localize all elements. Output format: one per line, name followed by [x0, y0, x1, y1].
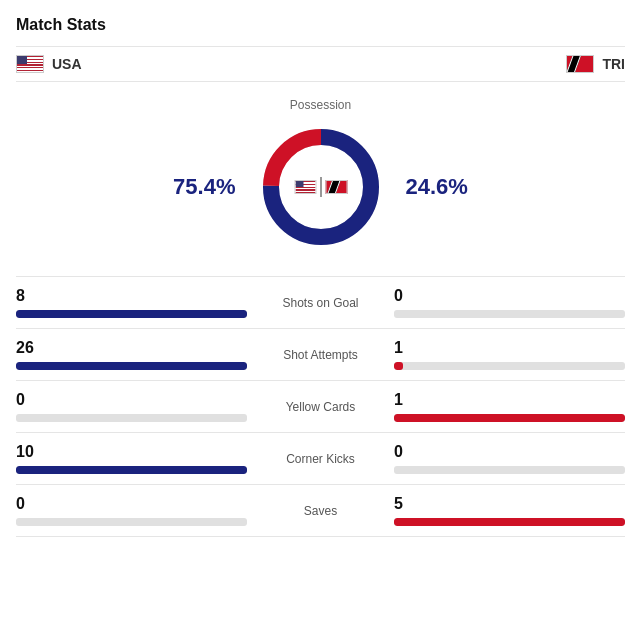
stat-label: Saves [263, 504, 378, 518]
stat-home-value: 10 [16, 443, 247, 461]
stat-away-value: 1 [394, 391, 625, 409]
home-bar-fill [16, 362, 247, 370]
team-home: USA [16, 55, 82, 73]
away-bar-fill [394, 414, 625, 422]
flag-tri [566, 55, 594, 73]
stat-label: Shot Attempts [263, 348, 378, 362]
stat-right: 0 [378, 443, 625, 474]
stat-home-value: 26 [16, 339, 247, 357]
away-pct: 24.6% [406, 174, 486, 200]
stat-left: 10 [16, 443, 263, 474]
stat-home-value: 8 [16, 287, 247, 305]
stat-row: 10 Corner Kicks 0 [16, 433, 625, 485]
stat-left: 0 [16, 495, 263, 526]
donut-divider [320, 177, 321, 197]
stat-away-bar [394, 310, 625, 318]
donut-flag-tri [325, 180, 347, 194]
stat-label: Shots on Goal [263, 296, 378, 310]
stat-home-value: 0 [16, 495, 247, 513]
stat-home-value: 0 [16, 391, 247, 409]
stat-away-value: 0 [394, 287, 625, 305]
stat-away-value: 1 [394, 339, 625, 357]
stat-home-bar [16, 414, 247, 422]
stat-row: 0 Yellow Cards 1 [16, 381, 625, 433]
possession-section: Possession 75.4% 24.6% [16, 82, 625, 260]
home-pct: 75.4% [156, 174, 236, 200]
stat-away-bar [394, 362, 625, 370]
stat-home-bar [16, 518, 247, 526]
stat-right: 1 [378, 391, 625, 422]
stat-left: 0 [16, 391, 263, 422]
stat-away-bar [394, 466, 625, 474]
stat-left: 8 [16, 287, 263, 318]
stat-left: 26 [16, 339, 263, 370]
page-title: Match Stats [16, 16, 625, 34]
team-away: TRI [566, 55, 625, 73]
team-home-name: USA [52, 56, 82, 72]
stat-row: 8 Shots on Goal 0 [16, 277, 625, 329]
teams-row: USA TRI [16, 46, 625, 82]
team-away-name: TRI [602, 56, 625, 72]
donut-flag-usa [294, 180, 316, 194]
stat-right: 0 [378, 287, 625, 318]
flag-usa [16, 55, 44, 73]
stat-away-bar [394, 414, 625, 422]
stat-away-bar [394, 518, 625, 526]
stat-row: 26 Shot Attempts 1 [16, 329, 625, 381]
stat-label: Yellow Cards [263, 400, 378, 414]
stat-right: 5 [378, 495, 625, 526]
stat-away-value: 5 [394, 495, 625, 513]
stat-away-value: 0 [394, 443, 625, 461]
donut-container: 75.4% 24.6% [16, 122, 625, 252]
away-bar-fill [394, 518, 625, 526]
stat-home-bar [16, 362, 247, 370]
stat-row: 0 Saves 5 [16, 485, 625, 537]
donut-flags [294, 177, 347, 197]
stat-label: Corner Kicks [263, 452, 378, 466]
possession-label: Possession [16, 98, 625, 112]
stat-home-bar [16, 466, 247, 474]
home-bar-fill [16, 310, 247, 318]
away-bar-fill [394, 362, 403, 370]
stats-section: 8 Shots on Goal 0 26 Shot Attempts 1 [16, 276, 625, 537]
stat-home-bar [16, 310, 247, 318]
stat-right: 1 [378, 339, 625, 370]
home-bar-fill [16, 466, 247, 474]
donut-wrap [256, 122, 386, 252]
